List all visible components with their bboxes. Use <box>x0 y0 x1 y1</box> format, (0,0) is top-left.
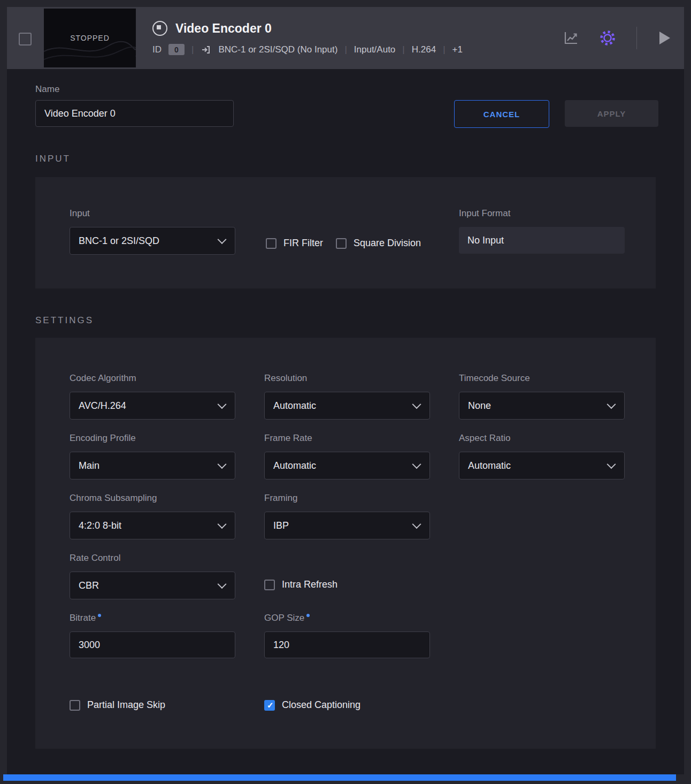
input-format-value: No Input <box>459 227 625 254</box>
square-division-checkbox[interactable] <box>336 238 347 249</box>
stop-status-icon <box>152 21 167 36</box>
fir-filter-label[interactable]: FIR Filter <box>283 238 323 249</box>
chevron-down-icon <box>218 580 227 589</box>
encoding-profile-field: Encoding Profile Main <box>70 433 235 479</box>
chevron-down-icon <box>218 460 227 469</box>
codec-algorithm-field: Codec Algorithm AVC/H.264 <box>70 373 235 420</box>
input-select[interactable]: BNC-1 or 2SI/SQD <box>70 227 235 255</box>
id-label: ID <box>152 44 162 55</box>
settings-gear-icon[interactable] <box>598 28 617 48</box>
resolution-field: Resolution Automatic <box>264 373 430 420</box>
framing-label: Framing <box>264 493 430 504</box>
framing-select[interactable]: IBP <box>264 512 430 539</box>
encoding-profile-select[interactable]: Main <box>70 452 235 479</box>
horizontal-scrollbar-track[interactable] <box>2 774 689 781</box>
modified-indicator <box>98 614 101 617</box>
name-input[interactable] <box>35 100 234 127</box>
vertical-divider <box>636 27 637 49</box>
encoder-header: STOPPED Video Encoder 0 ID 0 | BNC-1 or … <box>7 7 684 69</box>
horizontal-scrollbar-thumb[interactable] <box>3 774 676 781</box>
input-field: Input BNC-1 or 2SI/SQD <box>70 208 235 255</box>
aspect-ratio-field: Aspect Ratio Automatic <box>459 433 625 479</box>
settings-panel: Codec Algorithm AVC/H.264 Resolution Aut… <box>35 338 656 749</box>
chroma-subsampling-select[interactable]: 4:2:0 8-bit <box>70 512 235 539</box>
chevron-down-icon <box>412 400 421 409</box>
chevron-down-icon <box>412 520 421 529</box>
title-block: Video Encoder 0 ID 0 | BNC-1 or 2SI/SQD … <box>152 21 463 55</box>
encoder-config-page: STOPPED Video Encoder 0 ID 0 | BNC-1 or … <box>0 0 691 784</box>
input-panel: Input BNC-1 or 2SI/SQD FIR Filter Square… <box>35 177 656 288</box>
input-label: Input <box>70 208 235 219</box>
square-division-checkbox-row: Square Division <box>336 238 421 249</box>
intra-refresh-label[interactable]: Intra Refresh <box>282 579 337 590</box>
chroma-subsampling-field: Chroma Subsampling 4:2:0 8-bit <box>70 493 235 539</box>
aspect-ratio-select[interactable]: Automatic <box>459 452 625 479</box>
name-field-label: Name <box>35 84 59 95</box>
meta-more-badge: +1 <box>452 44 463 55</box>
bitrate-field: Bitrate <box>70 613 235 658</box>
config-form: Name CANCEL APPLY INPUT Input BNC-1 or 2… <box>7 69 684 777</box>
encoding-profile-label: Encoding Profile <box>70 433 235 444</box>
chevron-down-icon <box>412 460 421 469</box>
input-arrow-icon <box>201 44 211 55</box>
meta-codec: H.264 <box>412 44 436 55</box>
divider: | <box>443 44 445 55</box>
settings-section-heading: SETTINGS <box>35 315 94 326</box>
stats-chart-icon[interactable] <box>563 30 579 46</box>
input-format-field: Input Format No Input <box>459 208 625 254</box>
partial-image-skip-checkbox[interactable] <box>70 700 80 711</box>
modified-indicator <box>306 614 310 617</box>
chroma-subsampling-label: Chroma Subsampling <box>70 493 235 504</box>
select-encoder-checkbox[interactable] <box>19 33 32 45</box>
input-select-value: BNC-1 or 2SI/SQD <box>79 235 159 247</box>
codec-algorithm-label: Codec Algorithm <box>70 373 235 384</box>
input-format-label: Input Format <box>459 208 625 219</box>
square-division-label[interactable]: Square Division <box>354 238 421 249</box>
frame-rate-select[interactable]: Automatic <box>264 452 430 479</box>
codec-algorithm-select[interactable]: AVC/H.264 <box>70 392 235 420</box>
rate-control-select[interactable]: CBR <box>70 572 235 599</box>
divider: | <box>344 44 347 55</box>
divider: | <box>402 44 404 55</box>
frame-rate-field: Frame Rate Automatic <box>264 433 430 479</box>
gop-size-field: GOP Size <box>264 613 430 658</box>
timecode-source-field: Timecode Source None <box>459 373 625 420</box>
partial-image-skip-checkbox-row: Partial Image Skip <box>70 699 165 711</box>
fir-filter-checkbox[interactable] <box>266 238 277 249</box>
framing-field: Framing IBP <box>264 493 430 539</box>
partial-image-skip-label[interactable]: Partial Image Skip <box>87 699 165 711</box>
encoder-meta-row: ID 0 | BNC-1 or 2SI/SQD (No Input) | Inp… <box>152 44 463 55</box>
resolution-label: Resolution <box>264 373 430 384</box>
divider: | <box>191 44 194 55</box>
timecode-source-select[interactable]: None <box>459 392 625 420</box>
fir-filter-checkbox-row: FIR Filter <box>266 238 323 249</box>
chevron-down-icon <box>607 400 616 409</box>
frame-rate-label: Frame Rate <box>264 433 430 444</box>
closed-captioning-checkbox-row: Closed Captioning <box>264 699 360 711</box>
intra-refresh-checkbox-row: Intra Refresh <box>264 579 337 590</box>
rate-control-field: Rate Control CBR <box>70 553 235 599</box>
header-actions <box>563 7 670 69</box>
apply-button: APPLY <box>565 100 658 127</box>
chevron-down-icon <box>218 235 227 244</box>
cancel-button[interactable]: CANCEL <box>454 100 549 128</box>
chevron-down-icon <box>607 460 616 469</box>
gop-size-label: GOP Size <box>264 613 304 623</box>
closed-captioning-checkbox[interactable] <box>264 700 275 711</box>
input-section-heading: INPUT <box>35 154 71 164</box>
closed-captioning-label[interactable]: Closed Captioning <box>282 699 360 711</box>
meta-source: BNC-1 or 2SI/SQD (No Input) <box>218 44 337 55</box>
id-badge: 0 <box>168 44 185 55</box>
gop-size-input[interactable] <box>264 631 430 658</box>
bitrate-label: Bitrate <box>70 613 96 623</box>
page-title: Video Encoder 0 <box>175 21 272 36</box>
play-icon[interactable] <box>656 32 670 44</box>
timecode-source-label: Timecode Source <box>459 373 625 384</box>
aspect-ratio-label: Aspect Ratio <box>459 433 625 444</box>
bitrate-input[interactable] <box>70 631 235 658</box>
resolution-select[interactable]: Automatic <box>264 392 430 420</box>
preview-thumbnail: STOPPED <box>44 9 136 67</box>
intra-refresh-checkbox[interactable] <box>264 580 275 590</box>
chevron-down-icon <box>218 400 227 409</box>
meta-input-mode: Input/Auto <box>354 44 396 55</box>
